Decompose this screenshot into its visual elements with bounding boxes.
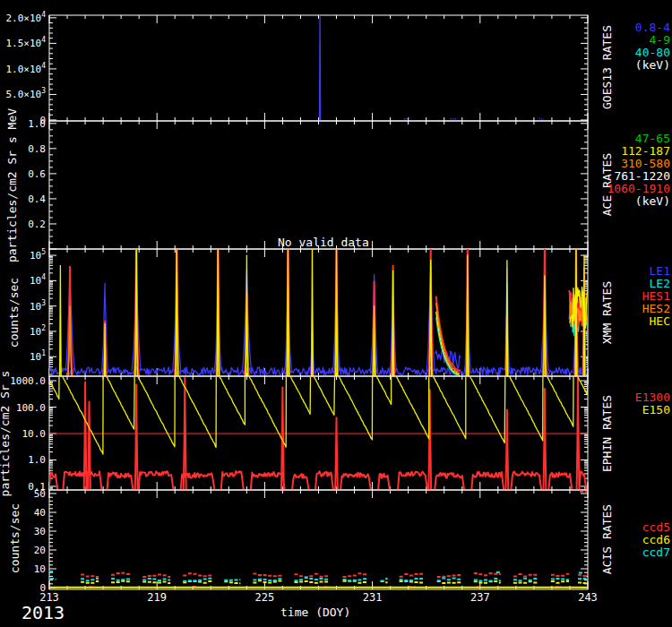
- legend-ephin: E1300E150: [635, 391, 670, 417]
- legend-goes: 0.8-44-940-80(keV): [635, 21, 670, 72]
- legend-entry-ccd6: ccd6: [642, 534, 670, 546]
- panel-frame-ace: [49, 121, 588, 249]
- legend-entry-47-65: 47-65: [607, 133, 670, 145]
- y-tick-label-ephin: 10.0: [22, 428, 47, 440]
- series-E1300: [48, 378, 587, 494]
- y-tick-label-acis: 20: [34, 545, 46, 556]
- legend-entry-E1300: E1300: [635, 391, 670, 404]
- x-tick-label: 231: [363, 591, 383, 604]
- y-axis-title-acis: counts/sec: [8, 503, 22, 573]
- series-goes-0.8-4: [320, 15, 544, 120]
- panel-title-goes: GOES13 RATES: [600, 25, 614, 109]
- y-tick-label-ephin: 1000.0: [10, 375, 46, 387]
- panel-title-acis: ACIS RATES: [600, 504, 614, 574]
- legend-entry-ccd5: ccd5: [642, 521, 670, 534]
- legend-entry-HES1: HES1: [642, 290, 670, 303]
- legend-entry-E150: E150: [635, 404, 670, 417]
- y-tick-label-acis: 10: [34, 563, 46, 575]
- panel-frame-acis: [49, 490, 588, 589]
- legend-entry-40-80: 40-80: [635, 47, 670, 59]
- y-tick-label-ace: 0.6: [28, 168, 46, 180]
- legend-entry-LE1: LE1: [642, 265, 670, 278]
- y-tick-label-xmm: 103: [30, 299, 46, 313]
- y-tick-label-xmm: 102: [30, 324, 46, 338]
- legend-xmm: LE1LE2HES1HES2HEC: [642, 265, 670, 328]
- legend-ace: 47-65112-187310-580761-12201060-1910(keV…: [607, 133, 670, 208]
- legend-entry-ccd7: ccd7: [642, 546, 670, 559]
- y-tick-label-acis: 40: [34, 507, 46, 519]
- radiation-dashboard: 2.0×1041.5×1041.0×1045.0×10301.00.80.60.…: [0, 0, 672, 627]
- x-tick-label: 237: [470, 591, 490, 604]
- x-axis-title: time (DOY): [280, 606, 350, 619]
- y-tick-label-xmm: 101: [30, 349, 46, 363]
- legend-entry-112-187: 112-187: [607, 145, 670, 158]
- y-tick-label-ace: 0.4: [28, 193, 46, 205]
- legend-entry-761-1220: 761-1220: [607, 170, 670, 183]
- y-tick-label-goes: 1.0×104: [5, 62, 46, 75]
- y-tick-label-ace: 1.0: [28, 118, 46, 130]
- legend-entry-LE2: LE2: [642, 278, 670, 290]
- plot-canvas: 2.0×1041.5×1041.0×1045.0×10301.00.80.60.…: [0, 0, 672, 627]
- legend-entry-HES2: HES2: [642, 303, 670, 315]
- year-label: 2013: [22, 602, 65, 623]
- x-tick-label: 219: [147, 591, 167, 604]
- legend-entry-0.8-4: 0.8-4: [635, 21, 670, 34]
- y-tick-label-xmm: 105: [30, 248, 46, 262]
- y-tick-label-acis: 30: [34, 526, 46, 537]
- series-ccd5: [81, 492, 587, 588]
- series-LE2: [67, 283, 588, 380]
- panel-title-xmm: XMM RATES: [600, 281, 614, 344]
- series-ccd7: [50, 571, 587, 581]
- y-tick-label-goes: 5.0×103: [5, 87, 46, 100]
- panel-title-ephin: EPHIN RATES: [600, 395, 614, 472]
- y-tick-label-ephin: 100.0: [16, 402, 46, 414]
- no-data-message: No valid data: [278, 236, 369, 249]
- legend-entry-4-9: 4-9: [635, 34, 670, 47]
- y-tick-label-ace: 0.8: [28, 143, 46, 155]
- y-tick-label-xmm: 104: [30, 273, 46, 287]
- x-tick-label: 225: [255, 591, 275, 604]
- legend-entry-310-580: 310-580: [607, 158, 670, 170]
- y-axis-title-xmm: counts/sec: [7, 278, 21, 348]
- series-HES2: [68, 267, 588, 380]
- panel-frame-goes: [49, 15, 588, 121]
- y-tick-label-goes: 2.0×104: [5, 11, 46, 24]
- y-axis-title-ephin: particles/cm2 Sr s: [0, 371, 12, 497]
- legend-entry-1060-1910: 1060-1910: [607, 183, 670, 195]
- legend-entry-(keV): (keV): [607, 195, 670, 208]
- y-axis-title-ace: particles/cm2 Sr s MeV: [5, 108, 19, 262]
- legend-acis: ccd5ccd6ccd7: [642, 521, 670, 559]
- legend-entry-(keV): (keV): [635, 59, 670, 72]
- y-tick-label-goes: 1.5×104: [5, 36, 46, 49]
- y-tick-label-ace: 0.2: [28, 219, 46, 230]
- legend-entry-HEC: HEC: [642, 315, 670, 328]
- y-tick-label-acis: 50: [34, 488, 46, 500]
- x-tick-label: 243: [578, 591, 598, 604]
- y-tick-label-ephin: 1.0: [28, 454, 46, 466]
